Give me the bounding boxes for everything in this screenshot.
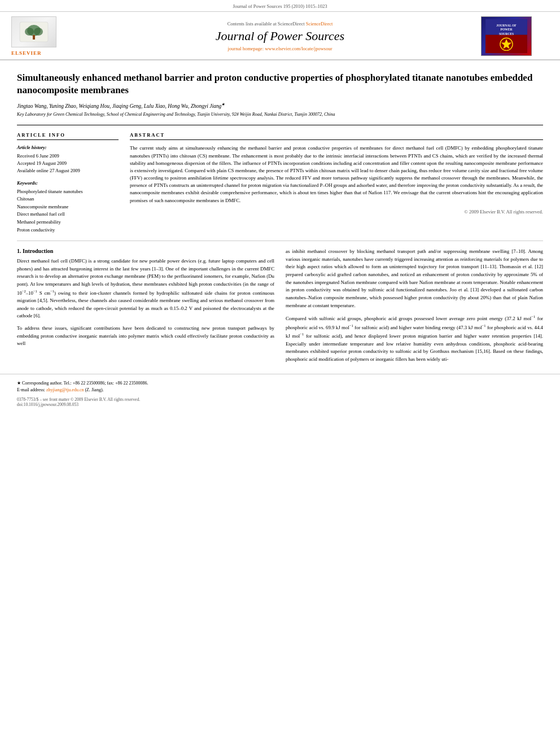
body-section: 1. Introduction Direct methanol fuel cel… <box>17 241 543 368</box>
body-col-right: as inhibit methanol crossover by blockin… <box>286 248 543 368</box>
abstract-col: ABSTRACT The current study aims at simul… <box>130 132 543 234</box>
svg-text:SOURCES: SOURCES <box>499 32 514 36</box>
history-label: Article history: <box>17 145 119 150</box>
section1-title: 1. Introduction <box>17 248 274 254</box>
article-info-heading: ARTICLE INFO <box>17 132 119 140</box>
keywords-label: Keywords: <box>17 180 119 186</box>
elsevier-logo-box <box>11 16 56 47</box>
section1-right-para1: as inhibit methanol crossover by blockin… <box>286 248 543 309</box>
keyword-3: Nanocomposite membrane <box>17 203 119 211</box>
available-date: Available online 27 August 2009 <box>17 167 119 174</box>
header-left: ELSEVIER <box>11 16 79 56</box>
accepted-date: Accepted 19 August 2009 <box>17 160 119 167</box>
sciencedirect-link[interactable]: ScienceDirect <box>306 21 333 27</box>
footer-email-address[interactable]: zhyjiang@tju.edu.cn <box>46 387 84 392</box>
journal-header: ELSEVIER Contents lists available at Sci… <box>0 12 560 60</box>
elsevier-label: ELSEVIER <box>11 50 42 56</box>
svg-text:POWER: POWER <box>501 28 513 31</box>
page: Journal of Power Sources 195 (2010) 1015… <box>0 0 560 747</box>
article-info-abstract-section: ARTICLE INFO Article history: Received 6… <box>17 125 543 241</box>
section1-para1: Direct methanol fuel cell (DMFC) is a st… <box>17 257 274 320</box>
keyword-5: Methanol permeability <box>17 219 119 226</box>
footer-email: E-mail address: zhyjiang@tju.edu.cn (Z. … <box>17 387 543 394</box>
journal-logo-box: JOURNAL OF POWER SOURCES <box>481 16 532 56</box>
received-date: Received 6 June 2009 <box>17 152 119 160</box>
article-title-section: Simultaneously enhanced methanol barrier… <box>17 60 543 125</box>
abstract-text: The current study aims at simultaneously… <box>130 145 543 204</box>
footer: ★ Corresponding author. Tel.: +86 22 235… <box>0 374 560 413</box>
svg-point-2 <box>25 28 34 36</box>
svg-text:JOURNAL OF: JOURNAL OF <box>496 24 517 27</box>
article-info-col: ARTICLE INFO Article history: Received 6… <box>17 132 119 234</box>
section1-para2: To address these issues, significant con… <box>17 325 274 348</box>
section1-right-para2: Compared with sulfonic acid groups, phos… <box>286 314 543 364</box>
svg-rect-4 <box>33 35 35 40</box>
header-center: Contents lists available at ScienceDirec… <box>79 21 481 51</box>
body-col-left: 1. Introduction Direct methanol fuel cel… <box>17 248 274 368</box>
article-authors: Jingtao Wang, Yuning Zhao, Weiqiang Hou,… <box>17 102 543 109</box>
elsevier-logo: ELSEVIER <box>11 16 79 56</box>
keyword-1: Phosphorylated titanate nanotubes <box>17 188 119 196</box>
sciencedirect-line: Contents lists available at ScienceDirec… <box>79 21 481 27</box>
keyword-6: Proton conductivity <box>17 226 119 234</box>
footer-issn: 0378-7753/$ – see front matter © 2009 El… <box>17 397 140 407</box>
article-affiliation: Key Laboratory for Green Chemical Techno… <box>17 112 543 117</box>
journal-reference: Journal of Power Sources 195 (2010) 1015… <box>233 3 327 9</box>
journal-topbar: Journal of Power Sources 195 (2010) 1015… <box>0 0 560 12</box>
main-content: Simultaneously enhanced methanol barrier… <box>0 60 560 368</box>
journal-title: Journal of Power Sources <box>79 29 481 43</box>
svg-point-3 <box>34 28 43 36</box>
article-title: Simultaneously enhanced methanol barrier… <box>17 72 543 97</box>
footer-corresponding: ★ Corresponding author. Tel.: +86 22 235… <box>17 380 543 387</box>
homepage-url[interactable]: www.elsevier.com/locate/jpowsour <box>265 46 332 51</box>
abstract-heading: ABSTRACT <box>130 132 543 140</box>
journal-homepage: journal homepage: www.elsevier.com/locat… <box>79 46 481 51</box>
keyword-2: Chitosan <box>17 195 119 203</box>
elsevier-logo-image <box>12 17 56 47</box>
header-right: JOURNAL OF POWER SOURCES <box>481 16 549 56</box>
keyword-4: Direct methanol fuel cell <box>17 211 119 219</box>
footer-bottom: 0378-7753/$ – see front matter © 2009 El… <box>17 397 543 407</box>
copyright: © 2009 Elsevier B.V. All rights reserved… <box>130 209 543 215</box>
